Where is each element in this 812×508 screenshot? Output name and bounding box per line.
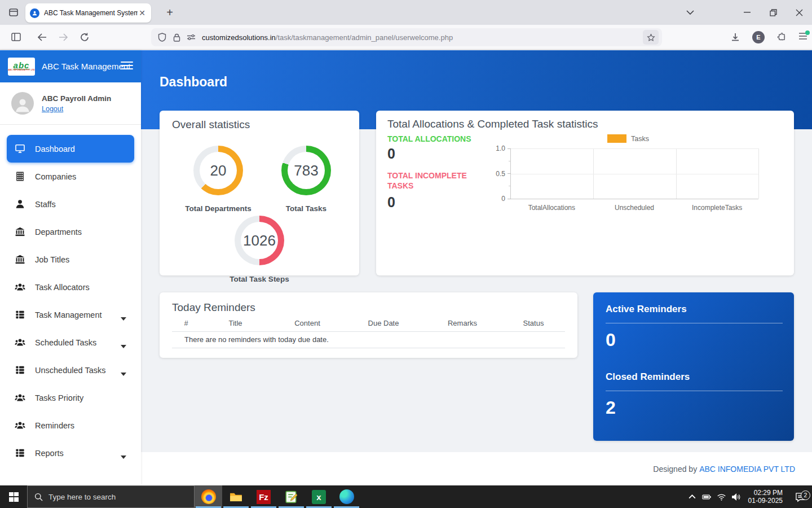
today-reminders-card: Today Reminders #TitleContentDue DateRem…: [160, 292, 577, 358]
taskbar-app-excel[interactable]: x: [305, 485, 333, 508]
active-reminders-label: Active Reminders: [606, 304, 687, 315]
column-header-remarks: Remarks: [423, 319, 502, 327]
back-button[interactable]: [33, 28, 51, 46]
menu-notification-dot: [805, 30, 810, 35]
windows-logo-icon: [9, 492, 19, 502]
taskbar-app-editor[interactable]: [277, 485, 305, 508]
x-axis-label: Unscheduled: [593, 204, 676, 212]
taskbar-app-edge[interactable]: [333, 485, 360, 508]
user-name: ABC Payroll Admin: [42, 94, 111, 103]
sidebar-item-task-management[interactable]: Task Management: [7, 301, 134, 329]
sidebar-toggle-icon[interactable]: [7, 28, 25, 46]
y-axis-tick: [508, 148, 511, 149]
sidebar-item-reports[interactable]: Reports: [7, 439, 134, 467]
caret-down-icon: [121, 369, 126, 372]
windows-taskbar: Type here to search Fz: [0, 485, 812, 508]
permissions-icon[interactable]: [184, 30, 198, 45]
reminder-stats-card: Active Reminders 0 Closed Reminders 2: [593, 292, 794, 441]
wifi-icon[interactable]: [714, 492, 729, 502]
web-app: abc ABC INFOMEDIA PVT LTD ABC Task Manag…: [0, 50, 812, 485]
donut-total-departments: 20: [193, 146, 243, 195]
speaker-icon[interactable]: [729, 492, 744, 502]
sidebar-item-task-allocators[interactable]: Task Allocators: [7, 273, 134, 301]
list-tabs-chevron-icon[interactable]: [677, 0, 703, 25]
sidebar-item-label: Departments: [35, 227, 82, 237]
account-button[interactable]: E: [752, 31, 765, 43]
firefox-icon: [201, 489, 216, 504]
close-window-button[interactable]: [786, 0, 812, 25]
sidebar-item-departments[interactable]: Departments: [7, 218, 134, 246]
sidebar-hamburger-icon[interactable]: [121, 59, 133, 72]
browser-tab[interactable]: ABC Task Management System ✕: [25, 3, 151, 23]
sidebar-item-label: Dashboard: [35, 144, 75, 154]
taskbar-app-explorer[interactable]: [222, 485, 250, 508]
sidebar-item-companies[interactable]: Companies: [7, 163, 134, 190]
taskbar-app-filezilla[interactable]: Fz: [250, 485, 277, 508]
downloads-icon[interactable]: [726, 28, 744, 46]
total-allocations-value: 0: [387, 146, 395, 162]
site-favicon-icon: [30, 8, 39, 18]
sidebar-item-scheduled-tasks[interactable]: Scheduled Tasks: [7, 329, 134, 356]
new-tab-button[interactable]: +: [162, 6, 177, 19]
url-bar[interactable]: customizedsolutions.in/task/taskmanageme…: [151, 28, 662, 46]
sidebar-item-label: Reminders: [35, 421, 74, 430]
sidebar-item-dashboard[interactable]: Dashboard: [7, 135, 134, 163]
desktop-icon: [15, 143, 27, 155]
taskbar-search[interactable]: Type here to search: [27, 485, 195, 508]
app-menu-button[interactable]: [798, 32, 807, 42]
bookmark-star-icon[interactable]: [643, 30, 659, 45]
sidebar-item-staffs[interactable]: Staffs: [7, 190, 134, 218]
restore-button[interactable]: [760, 0, 786, 25]
y-axis-tick-label: 0.5: [496, 170, 505, 178]
lock-icon[interactable]: [169, 30, 184, 45]
legend-label: Tasks: [631, 135, 649, 143]
donut-label: Total Departments: [173, 204, 263, 213]
taskbar-clock[interactable]: 02:29 PM 01-09-2025: [748, 489, 783, 505]
y-axis-tick-label: 1.0: [496, 144, 505, 152]
sidebar-item-reminders[interactable]: Reminders: [7, 411, 134, 439]
action-center-button[interactable]: 2: [788, 492, 812, 502]
closed-reminders-value: 2: [606, 397, 616, 418]
search-placeholder: Type here to search: [48, 493, 116, 501]
donut-value: 1026: [241, 222, 278, 259]
building-icon: [15, 171, 27, 182]
donut-value: 783: [288, 152, 325, 189]
bank-icon: [15, 226, 27, 238]
forward-button[interactable]: [54, 28, 72, 46]
y-axis-tick: [508, 199, 511, 199]
sidebar-item-unscheduled-tasks[interactable]: Unscheduled Tasks: [7, 356, 134, 384]
tab-close-icon[interactable]: ✕: [138, 8, 147, 17]
start-button[interactable]: [0, 485, 27, 508]
logout-link[interactable]: Logout: [42, 105, 63, 113]
shield-icon[interactable]: [155, 30, 169, 45]
firefox-view-icon[interactable]: [6, 5, 21, 20]
column-header-status: Status: [502, 319, 565, 327]
reminders-table: #TitleContentDue DateRemarksStatus There…: [172, 319, 565, 348]
filezilla-icon: Fz: [257, 490, 271, 504]
footer: Designed by ABC INFOMEDIA PVT LTD: [141, 452, 812, 485]
battery-icon[interactable]: [700, 492, 714, 502]
notification-badge: 2: [801, 491, 810, 500]
y-axis-minor-tick: [509, 186, 511, 186]
logo-subtext: ABC INFOMEDIA PVT LTD: [8, 69, 35, 71]
column-header-content: Content: [271, 319, 344, 327]
text-editor-icon: [284, 489, 299, 504]
sidebar-item-label: Staffs: [35, 200, 56, 209]
brand-title: ABC Task Management: [42, 62, 130, 71]
footer-company-link[interactable]: ABC INFOMEDIA PVT LTD: [699, 465, 795, 474]
taskbar-app-firefox[interactable]: [195, 485, 222, 508]
extensions-puzzle-icon[interactable]: [773, 28, 791, 46]
column-header-due-date: Due Date: [344, 319, 423, 327]
tray-chevron-icon[interactable]: [685, 492, 700, 502]
allocations-card: Total Allocations & Completed Task stati…: [376, 111, 794, 275]
minimize-button[interactable]: [734, 0, 760, 25]
sidebar-item-tasks-priority[interactable]: Tasks Priority: [7, 384, 134, 411]
total-allocations-label: TOTAL ALLOCATIONS: [387, 134, 471, 143]
gridline: [511, 148, 758, 149]
sidebar-menu: DashboardCompaniesStaffsDepartmentsJob T…: [0, 125, 141, 477]
browser-toolbar: customizedsolutions.in/task/taskmanageme…: [0, 25, 812, 50]
sidebar-item-job-titles[interactable]: Job Titles: [7, 246, 134, 273]
legend-swatch: [607, 134, 626, 143]
user-block: ABC Payroll Admin Logout: [0, 82, 141, 125]
reload-button[interactable]: [76, 28, 94, 46]
